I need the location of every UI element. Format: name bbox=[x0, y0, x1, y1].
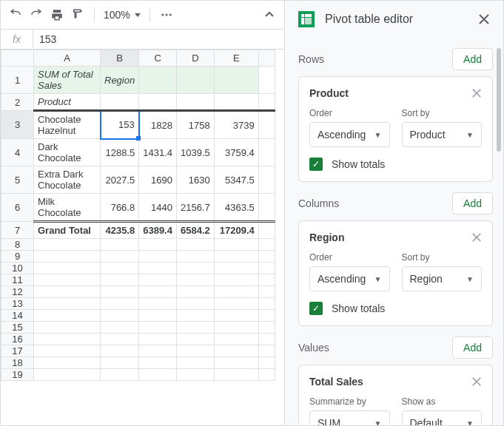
card-title: Region bbox=[309, 231, 344, 243]
showas-select[interactable]: Default ▼ bbox=[402, 410, 483, 425]
row-header[interactable]: 6 bbox=[1, 194, 34, 222]
row-header[interactable]: 17 bbox=[1, 345, 34, 357]
collapse-toolbar-icon[interactable] bbox=[262, 7, 277, 22]
cell[interactable]: Product bbox=[34, 94, 101, 111]
scrollbar-thumb[interactable] bbox=[497, 48, 501, 152]
cell[interactable]: 1828 bbox=[139, 111, 177, 139]
cell[interactable] bbox=[101, 94, 139, 111]
zoom-dropdown[interactable]: 100% bbox=[104, 9, 141, 21]
row-header[interactable]: 1 bbox=[1, 67, 34, 94]
order-select[interactable]: Ascending ▼ bbox=[309, 122, 390, 147]
cell[interactable]: 3759.4 bbox=[214, 139, 258, 166]
show-totals-checkbox[interactable]: ✓ bbox=[309, 302, 323, 315]
cell[interactable]: Chocolate Hazelnut bbox=[34, 111, 101, 139]
row-header[interactable]: 13 bbox=[1, 298, 34, 310]
chevron-down-icon: ▼ bbox=[374, 275, 382, 283]
row-header[interactable]: 19 bbox=[1, 369, 34, 381]
row-header[interactable]: 18 bbox=[1, 357, 34, 369]
cell[interactable]: 1431.4 bbox=[139, 139, 177, 166]
summarize-select[interactable]: SUM ▼ bbox=[309, 410, 390, 425]
add-values-button[interactable]: Add bbox=[452, 337, 493, 359]
row-header[interactable]: 7 bbox=[1, 222, 34, 239]
rows-section-header: Rows Add bbox=[298, 48, 493, 70]
close-icon[interactable] bbox=[471, 88, 482, 98]
col-header[interactable]: E bbox=[214, 50, 258, 67]
cell[interactable]: 1630 bbox=[176, 166, 214, 194]
cell[interactable]: 5347.5 bbox=[214, 166, 258, 194]
chevron-down-icon: ▼ bbox=[374, 419, 382, 426]
cell[interactable] bbox=[139, 67, 177, 94]
panel-title: Pivot table editor bbox=[325, 13, 413, 26]
show-totals-checkbox[interactable]: ✓ bbox=[309, 158, 323, 171]
cell[interactable] bbox=[258, 67, 275, 94]
row-header[interactable]: 5 bbox=[1, 166, 34, 194]
row-header[interactable]: 15 bbox=[1, 322, 34, 334]
undo-icon[interactable] bbox=[8, 7, 23, 22]
cell[interactable]: 2027.5 bbox=[101, 166, 139, 194]
sortby-select[interactable]: Region ▼ bbox=[402, 266, 483, 291]
cell[interactable]: 766.8 bbox=[101, 194, 139, 222]
cell[interactable] bbox=[258, 222, 275, 239]
row-header[interactable]: 11 bbox=[1, 274, 34, 286]
cell[interactable]: 4363.5 bbox=[214, 194, 258, 222]
cell[interactable] bbox=[176, 67, 214, 94]
sortby-select[interactable]: Product ▼ bbox=[402, 122, 483, 147]
paint-format-icon[interactable] bbox=[70, 7, 85, 22]
cell[interactable] bbox=[139, 94, 177, 111]
cell[interactable]: 3739 bbox=[214, 111, 258, 139]
cell[interactable]: 6584.2 bbox=[176, 222, 214, 239]
panel-header: Pivot table editor bbox=[285, 1, 503, 38]
cell[interactable]: Dark Chocolate bbox=[34, 139, 101, 166]
cell[interactable] bbox=[258, 139, 275, 166]
row-header[interactable]: 2 bbox=[1, 94, 34, 111]
cell[interactable]: 1758 bbox=[176, 111, 214, 139]
cell[interactable]: 1690 bbox=[139, 166, 177, 194]
close-icon[interactable] bbox=[471, 232, 482, 243]
cell[interactable]: SUM of Total Sales bbox=[34, 67, 101, 94]
row-header[interactable]: 8 bbox=[1, 239, 34, 251]
svg-rect-4 bbox=[305, 14, 312, 17]
row-header[interactable]: 10 bbox=[1, 263, 34, 274]
cell[interactable] bbox=[214, 67, 258, 94]
grid-area[interactable]: A B C D E 1 SUM of Total Sales Region bbox=[1, 50, 284, 425]
cell[interactable]: Extra Dark Chocolate bbox=[34, 166, 101, 194]
add-rows-button[interactable]: Add bbox=[452, 48, 493, 70]
cell[interactable]: Region bbox=[101, 67, 139, 94]
add-columns-button[interactable]: Add bbox=[452, 192, 493, 214]
row-header[interactable]: 16 bbox=[1, 334, 34, 345]
row-header[interactable]: 4 bbox=[1, 139, 34, 166]
cell[interactable]: 17209.4 bbox=[214, 222, 258, 239]
formula-input[interactable]: 153 bbox=[33, 33, 62, 45]
col-header[interactable]: C bbox=[139, 50, 177, 67]
cell[interactable]: 4235.8 bbox=[101, 222, 139, 239]
cell[interactable]: Milk Chocolate bbox=[34, 194, 101, 222]
col-header[interactable] bbox=[258, 50, 275, 67]
row-header[interactable]: 12 bbox=[1, 286, 34, 298]
close-icon[interactable] bbox=[478, 13, 490, 25]
cell[interactable] bbox=[258, 94, 275, 111]
more-icon[interactable] bbox=[159, 7, 174, 22]
print-icon[interactable] bbox=[50, 7, 64, 22]
cell[interactable] bbox=[176, 94, 214, 111]
close-icon[interactable] bbox=[471, 376, 482, 387]
col-header[interactable]: D bbox=[176, 50, 214, 67]
cell[interactable]: 2156.7 bbox=[176, 194, 214, 222]
col-header[interactable]: A bbox=[34, 50, 101, 67]
cell[interactable]: 1039.5 bbox=[176, 139, 214, 166]
row-header[interactable]: 3 bbox=[1, 111, 34, 139]
col-header[interactable]: B bbox=[101, 50, 139, 67]
row-header[interactable]: 9 bbox=[1, 251, 34, 263]
cell[interactable]: 1288.5 bbox=[101, 139, 139, 166]
cell[interactable] bbox=[258, 166, 275, 194]
redo-icon[interactable] bbox=[29, 7, 44, 22]
cell-selected[interactable]: 153 bbox=[101, 111, 139, 139]
order-select[interactable]: Ascending ▼ bbox=[309, 266, 390, 291]
cell[interactable] bbox=[214, 94, 258, 111]
cell[interactable]: 1440 bbox=[139, 194, 177, 222]
row-header[interactable]: 14 bbox=[1, 310, 34, 322]
cell[interactable] bbox=[258, 194, 275, 222]
cell[interactable]: 6389.4 bbox=[139, 222, 177, 239]
cell[interactable]: Grand Total bbox=[34, 222, 101, 239]
field-label: Order bbox=[309, 252, 390, 263]
cell[interactable] bbox=[258, 111, 275, 139]
